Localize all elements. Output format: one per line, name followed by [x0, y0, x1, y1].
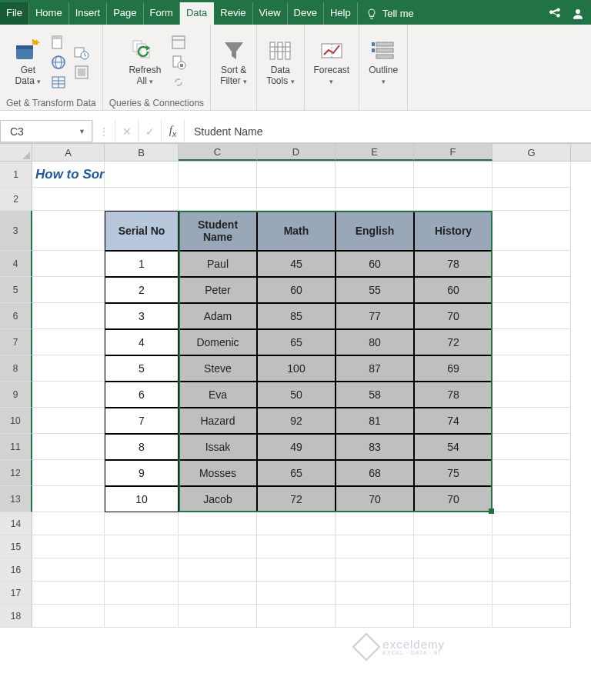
tab-formulas[interactable]: Form — [144, 2, 180, 25]
data-tools-button[interactable]: Data Tools ▾ — [263, 35, 297, 90]
row-header-11[interactable]: 11 — [0, 434, 32, 460]
table-header[interactable]: Student Name — [179, 211, 257, 251]
row-header-3[interactable]: 3 — [0, 211, 32, 251]
get-data-button[interactable]: Get Data ▾ — [12, 35, 44, 90]
cell[interactable] — [336, 535, 414, 558]
serial-cell[interactable]: 9 — [105, 460, 179, 486]
cell[interactable] — [414, 188, 492, 211]
cell[interactable] — [32, 303, 105, 329]
cell[interactable] — [492, 355, 571, 382]
score-cell[interactable]: 81 — [336, 408, 414, 434]
score-cell[interactable]: 75 — [414, 460, 492, 486]
cell[interactable] — [492, 535, 571, 558]
row-header-18[interactable]: 18 — [0, 605, 32, 628]
cell[interactable] — [257, 558, 336, 582]
cell[interactable] — [32, 408, 105, 434]
name-cell[interactable]: Hazard — [179, 408, 257, 434]
name-cell[interactable]: Issak — [179, 434, 257, 460]
serial-cell[interactable]: 7 — [105, 408, 179, 434]
cell[interactable] — [414, 558, 492, 582]
cell[interactable] — [492, 211, 571, 251]
tab-page-layout[interactable]: Page — [107, 2, 143, 25]
tab-view[interactable]: View — [253, 2, 288, 25]
score-cell[interactable]: 92 — [257, 408, 336, 434]
score-cell[interactable]: 77 — [336, 303, 414, 329]
score-cell[interactable]: 65 — [257, 329, 336, 355]
cell[interactable] — [32, 460, 105, 486]
name-cell[interactable]: Eva — [179, 382, 257, 408]
serial-cell[interactable]: 3 — [105, 303, 179, 329]
cell[interactable] — [32, 251, 105, 277]
cell[interactable] — [492, 277, 571, 303]
cell[interactable] — [414, 535, 492, 558]
score-cell[interactable]: 54 — [414, 434, 492, 460]
cell[interactable] — [257, 535, 336, 558]
name-box-dropdown-icon[interactable]: ▼ — [78, 128, 85, 135]
col-header-E[interactable]: E — [336, 144, 414, 161]
cell[interactable] — [492, 605, 571, 628]
title-cell[interactable]: How to Sort Columns in Excel without Mix… — [32, 162, 105, 188]
row-header-10[interactable]: 10 — [0, 408, 32, 434]
select-all-button[interactable] — [0, 144, 32, 161]
enter-formula-button[interactable]: ✓ — [139, 120, 162, 142]
score-cell[interactable]: 78 — [414, 251, 492, 277]
score-cell[interactable]: 83 — [336, 434, 414, 460]
serial-cell[interactable]: 2 — [105, 277, 179, 303]
cell[interactable] — [336, 512, 414, 535]
serial-cell[interactable]: 5 — [105, 355, 179, 382]
tell-me-search[interactable]: Tell me — [358, 2, 422, 25]
cell[interactable] — [32, 605, 105, 628]
cell[interactable] — [492, 188, 571, 211]
name-cell[interactable]: Domenic — [179, 329, 257, 355]
cell[interactable] — [32, 329, 105, 355]
score-cell[interactable]: 60 — [257, 277, 336, 303]
cell[interactable] — [32, 582, 105, 605]
name-box[interactable]: C3 ▼ — [0, 120, 92, 142]
cell[interactable] — [492, 512, 571, 535]
score-cell[interactable]: 78 — [414, 382, 492, 408]
cells-area[interactable]: How to Sort Columns in Excel without Mix… — [32, 162, 591, 628]
cell[interactable] — [32, 486, 105, 512]
row-header-1[interactable]: 1 — [0, 162, 32, 188]
name-cell[interactable]: Steve — [179, 355, 257, 382]
cell[interactable] — [257, 605, 336, 628]
sort-filter-button[interactable]: Sort & Filter ▾ — [217, 35, 250, 90]
cell[interactable] — [492, 582, 571, 605]
score-cell[interactable]: 70 — [414, 486, 492, 512]
row-header-6[interactable]: 6 — [0, 303, 32, 329]
serial-cell[interactable]: 4 — [105, 329, 179, 355]
cell[interactable] — [179, 188, 257, 211]
cell[interactable] — [492, 460, 571, 486]
name-cell[interactable]: Mosses — [179, 460, 257, 486]
cell[interactable] — [32, 434, 105, 460]
score-cell[interactable]: 80 — [336, 329, 414, 355]
cell[interactable] — [32, 382, 105, 408]
cell[interactable] — [179, 582, 257, 605]
cell[interactable] — [414, 605, 492, 628]
name-cell[interactable]: Peter — [179, 277, 257, 303]
score-cell[interactable]: 60 — [336, 251, 414, 277]
refresh-all-button[interactable]: Refresh All ▾ — [125, 35, 164, 90]
score-cell[interactable]: 87 — [336, 355, 414, 382]
insert-function-button[interactable]: fx — [162, 120, 185, 142]
score-cell[interactable]: 72 — [414, 329, 492, 355]
cell[interactable] — [336, 605, 414, 628]
cell[interactable] — [414, 582, 492, 605]
cell[interactable] — [492, 558, 571, 582]
tab-insert[interactable]: Insert — [69, 2, 108, 25]
table-header[interactable]: History — [414, 211, 492, 251]
score-cell[interactable]: 70 — [336, 486, 414, 512]
score-cell[interactable]: 50 — [257, 382, 336, 408]
from-table-button[interactable] — [50, 74, 67, 91]
score-cell[interactable]: 45 — [257, 251, 336, 277]
cell[interactable] — [257, 162, 336, 188]
cell[interactable] — [414, 512, 492, 535]
serial-cell[interactable]: 10 — [105, 486, 179, 512]
cell[interactable] — [492, 251, 571, 277]
row-header-4[interactable]: 4 — [0, 251, 32, 277]
score-cell[interactable]: 49 — [257, 434, 336, 460]
existing-connections-button[interactable] — [73, 64, 90, 81]
cell[interactable] — [492, 162, 571, 188]
row-header-16[interactable]: 16 — [0, 558, 32, 582]
share-icon[interactable] — [548, 7, 562, 21]
